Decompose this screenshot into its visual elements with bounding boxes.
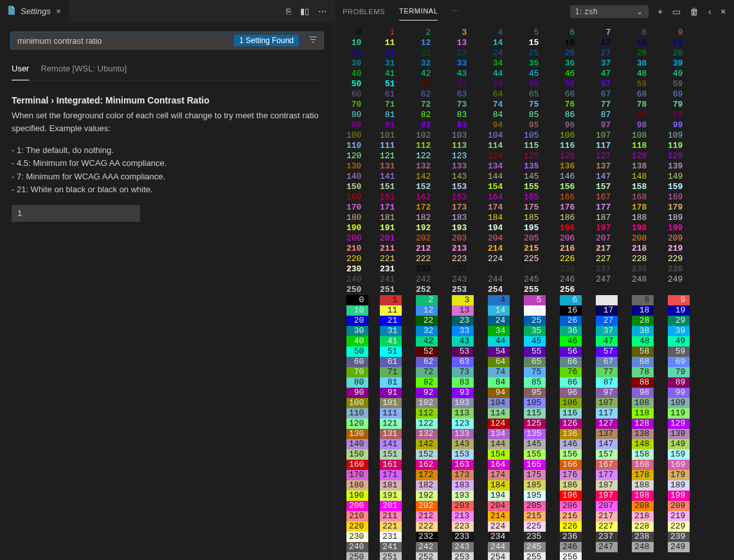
terminal-output[interactable]: 0 1 2 3 4 5 6 7 8 9 10 11 12 13 14 15 16…	[335, 23, 734, 560]
terminal-selector[interactable]: 1: zsh ⌄	[570, 5, 649, 18]
new-terminal-icon[interactable]: +	[658, 6, 663, 17]
tab-title: Settings	[21, 6, 51, 16]
scope-tabs: User Remote [WSL: Ubuntu]	[12, 60, 323, 81]
tab-terminal[interactable]: TERMINAL	[399, 2, 438, 21]
kill-terminal-icon[interactable]: 🗑	[690, 6, 699, 17]
editor-tab-bar: Settings × ⎘ ▮▯ ⋯	[0, 0, 334, 23]
chevron-down-icon: ⌄	[636, 7, 643, 16]
setting-value-input[interactable]	[12, 205, 140, 222]
tab-problems[interactable]: PROBLEMS	[343, 3, 385, 21]
split-terminal-icon[interactable]: ▭	[672, 6, 681, 17]
editor-actions: ⎘ ▮▯ ⋯	[286, 6, 334, 16]
tab-user[interactable]: User	[12, 60, 29, 80]
tab-remote[interactable]: Remote [WSL: Ubuntu]	[40, 60, 127, 80]
search-input[interactable]	[11, 36, 234, 46]
settings-tab[interactable]: Settings ×	[0, 0, 69, 23]
terminal-selector-label: 1: zsh	[575, 7, 598, 16]
setting-title: Terminal › Integrated: Minimum Contrast …	[12, 95, 323, 105]
setting-description: When set the foreground color of each ce…	[12, 109, 323, 196]
setting-body: Terminal › Integrated: Minimum Contrast …	[0, 81, 334, 236]
close-icon[interactable]: ×	[55, 5, 62, 17]
settings-search: 1 Setting Found	[10, 32, 324, 50]
open-changes-icon[interactable]: ⎘	[286, 6, 291, 16]
more-icon[interactable]: ⋯	[318, 6, 327, 16]
panel-more-icon[interactable]: ⋯	[452, 2, 460, 21]
split-editor-icon[interactable]: ▮▯	[300, 6, 309, 16]
results-badge: 1 Setting Found	[234, 35, 299, 46]
maximize-icon[interactable]: ‹	[708, 6, 712, 17]
filter-icon[interactable]	[303, 35, 323, 47]
close-panel-icon[interactable]: ×	[721, 6, 726, 17]
file-icon	[6, 5, 17, 17]
panel-tabs: PROBLEMS TERMINAL ⋯ 1: zsh ⌄ + ▭ 🗑 ‹ ×	[335, 0, 734, 23]
